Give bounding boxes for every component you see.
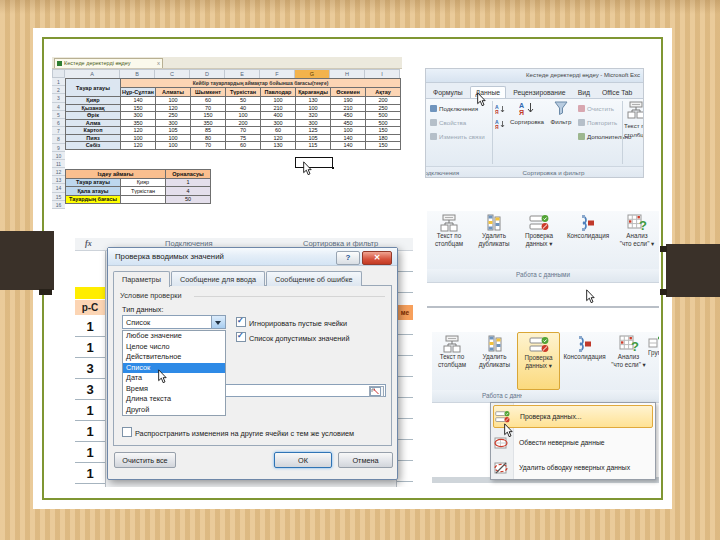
cell[interactable]: 210 bbox=[331, 104, 366, 112]
cell[interactable]: 150 bbox=[191, 112, 226, 120]
cell[interactable] bbox=[121, 195, 166, 204]
cell[interactable]: 60 bbox=[261, 127, 296, 135]
dropdown-option[interactable]: Дата bbox=[123, 373, 225, 384]
checkbox-icon[interactable] bbox=[236, 317, 246, 327]
what-if-analysis-button[interactable]: Анализ"что если" ▾ bbox=[609, 332, 648, 390]
row-header[interactable]: 10 bbox=[52, 152, 65, 160]
cell[interactable]: 300 bbox=[296, 119, 331, 127]
row-header[interactable]: 3 bbox=[52, 94, 65, 102]
tab-input-message[interactable]: Сообщение для ввода bbox=[171, 271, 265, 286]
row-header[interactable]: 9 bbox=[52, 144, 65, 152]
row-header[interactable]: 8 bbox=[52, 135, 65, 143]
cell[interactable]: 50 bbox=[226, 97, 261, 105]
cell[interactable]: 100 bbox=[156, 142, 191, 150]
cell[interactable]: 300 bbox=[261, 119, 296, 127]
column-header[interactable]: A bbox=[65, 69, 120, 78]
column-header[interactable]: F bbox=[260, 69, 295, 78]
dropdown-option[interactable]: Время bbox=[123, 384, 225, 395]
cell[interactable]: 130 bbox=[261, 142, 296, 150]
cell[interactable]: 60 bbox=[191, 97, 226, 105]
row-header[interactable]: 4 bbox=[52, 103, 65, 111]
row-header[interactable]: 1 bbox=[52, 78, 65, 86]
cell[interactable]: Қияр bbox=[121, 178, 166, 187]
cell[interactable]: 100 bbox=[121, 134, 156, 142]
cell[interactable]: 100 bbox=[296, 104, 331, 112]
cell[interactable]: 250 bbox=[156, 112, 191, 120]
workbook-tab[interactable]: Кестеде деректерді өңдеу x bbox=[54, 58, 163, 68]
menu-item-circle-invalid[interactable]: Обвести неверные данные bbox=[491, 430, 655, 455]
cancel-button[interactable]: Отмена bbox=[338, 452, 393, 468]
city-header-cell[interactable]: Павлодар bbox=[261, 88, 296, 97]
remove-duplicates-button[interactable]: Удалитьдубликаты bbox=[472, 332, 517, 390]
properties-button[interactable]: Свойства bbox=[430, 116, 466, 129]
cell[interactable]: 70 bbox=[226, 127, 261, 135]
menu-item-data-validation[interactable]: Проверка данных... bbox=[493, 405, 653, 428]
column-header[interactable]: E bbox=[225, 69, 260, 78]
city-header-cell[interactable]: Ақтау bbox=[366, 88, 401, 97]
cell[interactable]: 40 bbox=[226, 104, 261, 112]
fill-handle[interactable] bbox=[332, 167, 335, 170]
cell[interactable]: Түркістан bbox=[121, 187, 166, 196]
column-header[interactable]: I bbox=[365, 69, 400, 78]
cell[interactable]: Қала атауы bbox=[66, 187, 121, 196]
cell[interactable]: 200 bbox=[226, 119, 261, 127]
cell[interactable]: 150 bbox=[366, 142, 401, 150]
row-header[interactable]: 7 bbox=[52, 127, 65, 135]
cell[interactable]: 190 bbox=[331, 97, 366, 105]
column-header[interactable]: G bbox=[295, 69, 330, 78]
row-header[interactable]: 2 bbox=[52, 86, 65, 94]
cell[interactable]: Тауардың бағасы bbox=[66, 195, 121, 204]
cell[interactable]: 150 bbox=[366, 127, 401, 135]
tab-review[interactable]: Рецензирование bbox=[508, 87, 570, 98]
range-picker-icon[interactable] bbox=[369, 386, 384, 397]
chevron-down-icon[interactable] bbox=[211, 316, 225, 328]
select-all-corner[interactable] bbox=[52, 69, 65, 78]
data-validation-button[interactable]: Проверкаданных ▾ bbox=[517, 211, 561, 269]
cell[interactable]: 210 bbox=[261, 104, 296, 112]
checkbox-icon[interactable] bbox=[122, 427, 132, 437]
tab-error-alert[interactable]: Сообщение об ошибке bbox=[266, 271, 362, 286]
cell[interactable]: 4 bbox=[166, 187, 211, 196]
cell[interactable]: Тауар атауы bbox=[66, 178, 121, 187]
column-header[interactable]: H bbox=[330, 69, 365, 78]
column-header[interactable]: B bbox=[120, 69, 155, 78]
column-header[interactable]: C bbox=[155, 69, 190, 78]
data-validation-button[interactable]: Проверкаданных ▾ bbox=[517, 332, 560, 390]
cell[interactable]: 70 bbox=[191, 104, 226, 112]
close-tab-icon[interactable]: x bbox=[157, 59, 160, 68]
column-header[interactable]: D bbox=[190, 69, 225, 78]
cell[interactable]: 500 bbox=[366, 112, 401, 120]
cell[interactable]: 120 bbox=[121, 127, 156, 135]
selected-cell[interactable] bbox=[295, 157, 333, 168]
dropdown-option[interactable]: Действительное bbox=[123, 352, 225, 363]
dropdown-option[interactable]: Длина текста bbox=[123, 394, 225, 405]
remove-duplicates-button[interactable]: Удалитьдубликаты bbox=[471, 211, 517, 269]
cell[interactable]: 105 bbox=[296, 134, 331, 142]
cell[interactable]: 450 bbox=[331, 119, 366, 127]
cell[interactable]: 150 bbox=[121, 104, 156, 112]
cell[interactable]: 100 bbox=[261, 97, 296, 105]
city-header-cell[interactable]: Өскемен bbox=[331, 88, 366, 97]
cell[interactable]: 140 bbox=[331, 142, 366, 150]
city-header-cell[interactable]: Түркістан bbox=[226, 88, 261, 97]
cell[interactable]: Пияз bbox=[66, 134, 121, 142]
row-header[interactable]: 13 bbox=[52, 176, 65, 184]
lookup-header-cell[interactable]: Орналасуы bbox=[166, 170, 211, 179]
edit-links-button[interactable]: Изменить связи bbox=[430, 130, 485, 143]
corner-label-cell[interactable]: Тауар атауы bbox=[66, 79, 121, 97]
cell[interactable]: 60 bbox=[226, 142, 261, 150]
in-cell-dropdown-checkbox[interactable]: Список допустимых значений bbox=[236, 332, 349, 343]
row-header[interactable]: 11 bbox=[52, 160, 65, 168]
cell[interactable]: 100 bbox=[331, 127, 366, 135]
apply-to-all-checkbox[interactable]: Распространить изменения на другие ячейк… bbox=[122, 427, 354, 438]
row-header[interactable]: 6 bbox=[52, 119, 65, 127]
cell[interactable]: 300 bbox=[121, 112, 156, 120]
dropdown-option[interactable]: Список bbox=[123, 363, 225, 374]
help-button[interactable]: ? bbox=[336, 251, 360, 265]
cell[interactable]: 500 bbox=[366, 119, 401, 127]
reapply-button[interactable]: Повторить bbox=[578, 116, 617, 129]
consolidate-button[interactable]: Консолидация bbox=[560, 332, 609, 390]
text-to-columns-button[interactable]: Текст постолбцам bbox=[427, 211, 471, 269]
sort-button[interactable]: Сортировка bbox=[508, 101, 546, 125]
cell[interactable]: 70 bbox=[191, 142, 226, 150]
